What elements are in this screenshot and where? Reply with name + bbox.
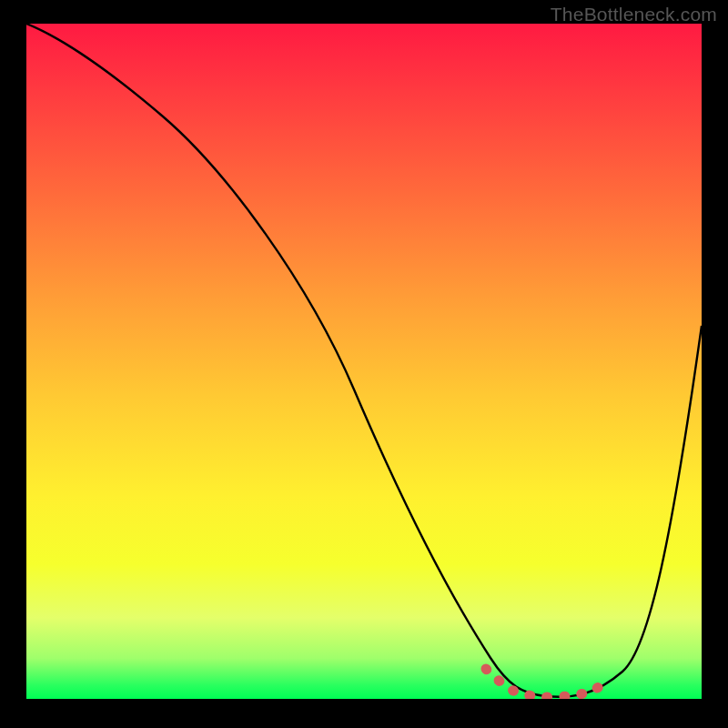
watermark-text: TheBottleneck.com: [551, 4, 717, 25]
bottleneck-curve-svg: [26, 24, 702, 699]
optimal-zone-path: [486, 669, 609, 697]
chart-plot-area: [26, 24, 702, 699]
bottleneck-curve-path: [26, 24, 702, 697]
